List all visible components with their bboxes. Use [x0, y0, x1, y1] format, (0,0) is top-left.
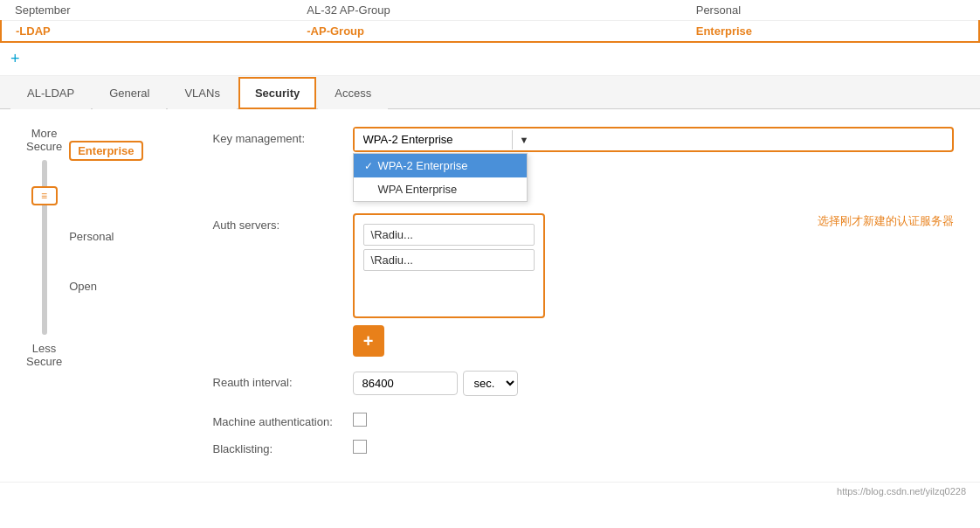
top-row-ldap[interactable]: -LDAP -AP-Group Enterprise — [1, 21, 979, 43]
col-ap-group: -AP-Group — [293, 21, 681, 43]
footer-url: https://blog.csdn.net/yilzq0228 — [0, 482, 980, 500]
dropdown-item-label: WPA Enterprise — [378, 183, 458, 196]
tab-vlans[interactable]: VLANs — [168, 77, 236, 109]
dropdown-item-label: WPA-2 Enterprise — [378, 159, 468, 172]
reauth-interval-input[interactable] — [353, 372, 458, 395]
checkmark-icon: ✓ — [364, 160, 373, 172]
auth-servers-label: Auth servers: — [213, 213, 353, 232]
machine-auth-row: Machine authentication: — [213, 410, 954, 428]
less-secure-label: LessSecure — [26, 342, 62, 368]
auth-servers-control: \Radiu... \Radiu... + — [353, 213, 804, 357]
auth-servers-list: \Radiu... \Radiu... — [363, 224, 535, 294]
col-enterprise: Enterprise — [682, 21, 979, 43]
reauth-interval-control: sec.min.hr. — [353, 371, 954, 396]
col-personal: Personal — [682, 0, 979, 21]
slider-thumb[interactable]: ≡ — [31, 186, 58, 205]
machine-auth-label: Machine authentication: — [213, 410, 353, 428]
open-label: Open — [69, 280, 97, 293]
key-management-input[interactable] — [355, 129, 512, 150]
col-september: September — [1, 0, 293, 21]
col-ldap: -LDAP — [1, 21, 293, 43]
reauth-unit-select[interactable]: sec.min.hr. — [463, 371, 518, 396]
key-management-label: Key management: — [213, 127, 353, 145]
tab-access[interactable]: Access — [318, 77, 388, 109]
add-row-button[interactable]: + — [0, 43, 980, 76]
main-content: MoreSecure ≡ LessSecure Enterprise Perso… — [0, 109, 980, 482]
blacklisting-label: Blacklisting: — [213, 437, 353, 455]
top-table: September AL-32 AP-Group Personal -LDAP … — [0, 0, 980, 43]
key-management-dropdown-arrow[interactable]: ▼ — [512, 130, 536, 149]
key-management-dropdown: ✓ WPA-2 Enterprise ✓ WPA Enterprise — [353, 153, 528, 202]
slider-column: MoreSecure ≡ LessSecure — [26, 127, 62, 368]
dropdown-item-wpa2[interactable]: ✓ WPA-2 Enterprise — [354, 154, 527, 177]
key-management-row: Key management: ▼ ✓ WPA-2 Enterprise ✓ W… — [213, 127, 954, 152]
auth-servers-row: Auth servers: \Radiu... \Radiu... + 选择刚才… — [213, 213, 954, 357]
machine-auth-checkbox[interactable] — [353, 413, 367, 427]
key-management-control: ▼ ✓ WPA-2 Enterprise ✓ WPA Enterprise — [353, 127, 954, 152]
reauth-interval-label: Reauth interval: — [213, 371, 353, 389]
auth-server-item-2[interactable]: \Radiu... — [363, 249, 535, 271]
tab-security[interactable]: Security — [238, 77, 316, 109]
blacklisting-row: Blacklisting: — [213, 437, 954, 455]
reauth-interval-row: Reauth interval: sec.min.hr. — [213, 371, 954, 396]
tab-al-ldap[interactable]: AL-LDAP — [10, 77, 91, 109]
auth-servers-box: \Radiu... \Radiu... — [353, 213, 545, 318]
col-ap-group-32: AL-32 AP-Group — [293, 0, 681, 21]
blacklisting-checkbox[interactable] — [353, 440, 367, 454]
enterprise-label: Enterprise — [69, 141, 142, 161]
slider-labels: Enterprise Personal Open — [62, 127, 142, 302]
slider-handle-icon: ≡ — [41, 190, 47, 202]
dropdown-item-wpa[interactable]: ✓ WPA Enterprise — [354, 177, 527, 201]
personal-label: Personal — [69, 230, 114, 243]
tabs-bar: AL-LDAP General VLANs Security Access — [0, 76, 980, 109]
right-panel: Key management: ▼ ✓ WPA-2 Enterprise ✓ W… — [213, 127, 954, 464]
auth-server-item-1[interactable]: \Radiu... — [363, 224, 535, 246]
security-slider-area: MoreSecure ≡ LessSecure Enterprise Perso… — [26, 127, 143, 464]
slider-track[interactable]: ≡ — [42, 160, 47, 335]
add-auth-server-button[interactable]: + — [353, 325, 384, 357]
more-secure-label: MoreSecure — [26, 127, 62, 153]
key-management-box[interactable]: ▼ — [353, 127, 954, 152]
annotation-text: 选择刚才新建的认证服务器 — [818, 213, 954, 229]
tab-general[interactable]: General — [93, 77, 166, 109]
top-row-september: September AL-32 AP-Group Personal — [1, 0, 979, 21]
